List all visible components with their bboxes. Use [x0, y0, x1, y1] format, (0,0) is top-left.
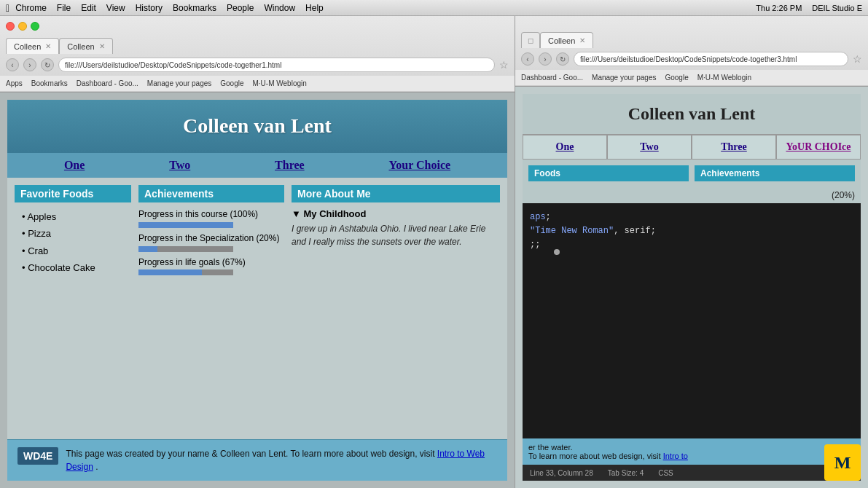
progress-bar-fill-2 — [138, 246, 157, 252]
list-item: Apples — [22, 208, 131, 225]
site-footer: WD4E This page was created by your name … — [7, 439, 507, 481]
achievement-item-2: Progress in the Specialization (20%) — [138, 232, 284, 252]
footer-text-content: This page was created by your name & Col… — [66, 449, 437, 459]
right-nav-your-choice[interactable]: YoUR CHOIce — [776, 135, 861, 160]
list-item: Crab — [22, 243, 131, 259]
tab-right-1[interactable]: ◻ — [521, 32, 540, 48]
progress-bar-fill-1 — [138, 222, 233, 228]
right-nav-two[interactable]: Two — [607, 135, 692, 160]
tab-bar-right: ◻ Colleen ✕ — [515, 31, 868, 48]
right-foods-header: Foods — [528, 165, 689, 181]
bookmark-apps[interactable]: Apps — [6, 79, 23, 87]
code-line-1: aps; — [530, 210, 853, 224]
right-nav-one[interactable]: One — [523, 135, 607, 160]
foods-header: Favorite Foods — [15, 185, 131, 202]
site-nav: One Two Three Your Choice — [7, 152, 507, 178]
browsers-container: Colleen ✕ Colleen ✕ ‹ › ↻ ☆ Apps Bookmar… — [0, 16, 868, 488]
browser-chrome-left: Colleen ✕ Colleen ✕ ‹ › ↻ ☆ Apps Bookmar… — [0, 16, 515, 93]
browser-chrome-right: ◻ Colleen ✕ ‹ › ↻ ☆ Dashboard - Goo... M… — [515, 16, 868, 87]
menu-help[interactable]: Help — [305, 3, 324, 13]
nav-two[interactable]: Two — [169, 159, 190, 172]
minimize-button[interactable] — [18, 22, 27, 31]
tab-bar-left: Colleen ✕ Colleen ✕ — [0, 36, 515, 54]
nav-one[interactable]: One — [64, 159, 85, 172]
code-line-7: ;; — [530, 238, 853, 252]
menu-file[interactable]: File — [57, 3, 71, 13]
bookmark-google-right[interactable]: Google — [665, 74, 688, 82]
apple-menu[interactable]:  — [6, 2, 9, 14]
tab-colleen-1[interactable]: Colleen ✕ — [6, 38, 59, 54]
bookmarks-bar-left: Apps Bookmarks Dashboard - Goo... Manage… — [0, 76, 515, 92]
address-input-right[interactable] — [574, 52, 848, 66]
star-icon[interactable]: ☆ — [499, 59, 509, 71]
editor-statusbar: Line 33, Column 28 Tab Size: 4 CSS — [523, 465, 861, 481]
um-logo-text: M — [824, 444, 861, 481]
bookmark-dashboard-right[interactable]: Dashboard - Goo... — [521, 74, 583, 82]
code-line-3: "Time New Roman", serif; — [530, 224, 853, 238]
tab-right-icon: ◻ — [528, 36, 533, 44]
menu-window[interactable]: Window — [264, 3, 295, 13]
right-intro-link[interactable]: Intro to — [663, 452, 688, 460]
back-button-right[interactable]: ‹ — [521, 52, 534, 66]
mac-menubar:  Chrome File Edit View History Bookmark… — [0, 0, 868, 16]
tab-label-1: Colleen — [14, 42, 41, 51]
close-button[interactable] — [6, 22, 15, 31]
menu-people[interactable]: People — [227, 3, 254, 13]
tab-close-right[interactable]: ✕ — [579, 36, 585, 44]
partial-achieve-text: (20%) — [523, 187, 861, 203]
mac-app-name: DEIL Studio E — [812, 4, 862, 12]
right-footer: er the water. To learn more about web de… — [523, 438, 861, 465]
statusbar-line-col: Line 33, Column 28 — [530, 469, 593, 477]
tab-close-2[interactable]: ✕ — [99, 42, 105, 50]
achievement-label-1: Progress in this course (100%) — [138, 208, 284, 221]
reload-button[interactable]: ↻ — [41, 58, 54, 71]
bookmark-um-right[interactable]: M·U-M Weblogin — [697, 74, 751, 82]
traffic-lights-left — [6, 22, 39, 31]
right-site: Colleen van Lent One Two Three YoUR CHOI… — [523, 94, 861, 481]
tab-colleen-right[interactable]: Colleen ✕ — [540, 32, 593, 48]
bookmark-dashboard[interactable]: Dashboard - Goo... — [77, 79, 138, 87]
nav-your-choice[interactable]: Your Choice — [388, 159, 450, 172]
right-achieve-header: Achievements — [695, 165, 855, 181]
wd4e-badge: WD4E — [17, 447, 58, 465]
forward-button-right[interactable]: › — [539, 52, 552, 66]
menu-chrome[interactable]: Chrome — [15, 3, 47, 13]
menu-edit[interactable]: Edit — [81, 3, 96, 13]
bookmark-bookmarks[interactable]: Bookmarks — [31, 79, 68, 87]
footer-text: This page was created by your name & Col… — [66, 447, 497, 473]
progress-bar-fill-3 — [138, 269, 202, 275]
tab-close-1[interactable]: ✕ — [45, 42, 51, 50]
address-input-left[interactable] — [58, 58, 495, 72]
browser-left: Colleen ✕ Colleen ✕ ‹ › ↻ ☆ Apps Bookmar… — [0, 16, 515, 488]
achievement-item-3: Progress in life goals (67%) — [138, 256, 284, 276]
menu-view[interactable]: View — [106, 3, 125, 13]
list-item: Chocolate Cake — [22, 259, 131, 276]
achievement-label-2: Progress in the Specialization (20%) — [138, 232, 284, 245]
more-section: ▼ My Childhood I grew up in Ashtabula Oh… — [292, 208, 500, 248]
footer-period: . — [95, 462, 98, 472]
menu-history[interactable]: History — [136, 3, 163, 13]
right-section-headers: Foods Achievements — [523, 160, 861, 187]
nav-three[interactable]: Three — [275, 159, 305, 172]
reload-button-right[interactable]: ↻ — [556, 52, 569, 66]
back-button[interactable]: ‹ — [6, 58, 19, 71]
tab-label-right: Colleen — [548, 36, 575, 45]
page-content-right: Colleen van Lent One Two Three YoUR CHOI… — [515, 87, 868, 488]
bookmark-um[interactable]: M·U-M Weblogin — [253, 79, 307, 87]
bookmark-manage-pages[interactable]: Manage your pages — [147, 79, 211, 87]
tab-colleen-2[interactable]: Colleen ✕ — [59, 38, 112, 54]
more-subsection-title: ▼ My Childhood — [292, 208, 500, 219]
star-icon-right[interactable]: ☆ — [853, 53, 862, 65]
bookmark-manage-right[interactable]: Manage your pages — [592, 74, 656, 82]
tab-label-2: Colleen — [67, 42, 94, 51]
right-nav-three[interactable]: Three — [692, 135, 776, 160]
menu-bookmarks[interactable]: Bookmarks — [173, 3, 216, 13]
foods-column: Favorite Foods Apples Pizza Crab Chocola… — [15, 185, 131, 432]
list-item: Pizza — [22, 225, 131, 242]
statusbar-language: CSS — [658, 469, 673, 477]
maximize-button[interactable] — [31, 22, 39, 31]
forward-button[interactable]: › — [23, 58, 36, 71]
progress-bar-bg-2 — [138, 246, 233, 252]
bookmark-google[interactable]: Google — [220, 79, 243, 87]
site-header: Colleen van Lent — [7, 100, 507, 152]
